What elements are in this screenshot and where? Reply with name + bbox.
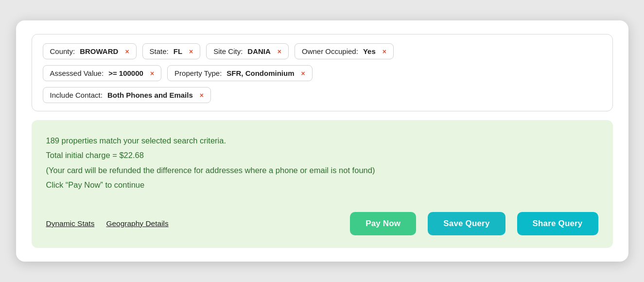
- filter-tag-site-city: Site City: DANIA ×: [206, 43, 289, 59]
- filter-tag-assessed-value: Assessed Value: >= 100000 ×: [43, 65, 162, 81]
- filter-tag-owner-occupied: Owner Occupied: Yes ×: [295, 43, 394, 59]
- match-line: 189 properties match your selected searc…: [46, 134, 598, 147]
- remove-owner-occupied-button[interactable]: ×: [383, 48, 386, 55]
- filter-tag-state: State: FL ×: [142, 43, 201, 59]
- remove-assessed-value-button[interactable]: ×: [150, 70, 154, 77]
- remove-county-button[interactable]: ×: [125, 48, 129, 55]
- charge-line: Total initial charge = $22.68: [46, 148, 598, 162]
- assessed-value-value: >= 100000: [108, 69, 143, 77]
- county-label: County:: [50, 47, 75, 55]
- results-section: 189 properties match your selected searc…: [32, 120, 613, 247]
- share-query-button[interactable]: Share Query: [517, 212, 598, 235]
- state-value: FL: [174, 47, 182, 55]
- filter-tag-county: County: BROWARD ×: [43, 43, 137, 59]
- pay-now-button[interactable]: Pay Now: [350, 212, 416, 235]
- filters-section: County: BROWARD × State: FL × Site City:…: [32, 34, 613, 111]
- county-value: BROWARD: [80, 47, 118, 55]
- refund-line: (Your card will be refunded the differen…: [46, 163, 598, 177]
- remove-property-type-button[interactable]: ×: [301, 70, 305, 77]
- save-query-button[interactable]: Save Query: [428, 212, 505, 235]
- filter-row-3: Include Contact: Both Phones and Emails …: [43, 87, 602, 103]
- site-city-value: DANIA: [247, 47, 271, 55]
- owner-occupied-value: Yes: [363, 47, 376, 55]
- remove-include-contact-button[interactable]: ×: [200, 92, 204, 99]
- property-type-value: SFR, Condominium: [226, 69, 294, 77]
- include-contact-label: Include Contact:: [50, 91, 103, 99]
- geography-details-link[interactable]: Geography Details: [106, 219, 168, 228]
- property-type-label: Property Type:: [174, 69, 222, 77]
- actions-row: Dynamic Stats Geography Details Pay Now …: [46, 212, 598, 235]
- cta-line: Click “Pay Now” to continue: [46, 178, 598, 192]
- owner-occupied-label: Owner Occupied:: [302, 47, 358, 55]
- filter-tag-property-type: Property Type: SFR, Condominium ×: [167, 65, 313, 81]
- filter-row-2: Assessed Value: >= 100000 × Property Typ…: [43, 65, 602, 81]
- filter-row-1: County: BROWARD × State: FL × Site City:…: [43, 43, 602, 59]
- dynamic-stats-link[interactable]: Dynamic Stats: [46, 219, 95, 228]
- remove-state-button[interactable]: ×: [189, 48, 193, 55]
- filter-tag-include-contact: Include Contact: Both Phones and Emails …: [43, 87, 211, 103]
- main-container: County: BROWARD × State: FL × Site City:…: [16, 20, 628, 261]
- results-text: 189 properties match your selected searc…: [46, 134, 598, 200]
- site-city-label: Site City:: [213, 47, 243, 55]
- assessed-value-label: Assessed Value:: [50, 69, 104, 77]
- include-contact-value: Both Phones and Emails: [107, 91, 193, 99]
- remove-site-city-button[interactable]: ×: [278, 48, 281, 55]
- state-label: State:: [150, 47, 169, 55]
